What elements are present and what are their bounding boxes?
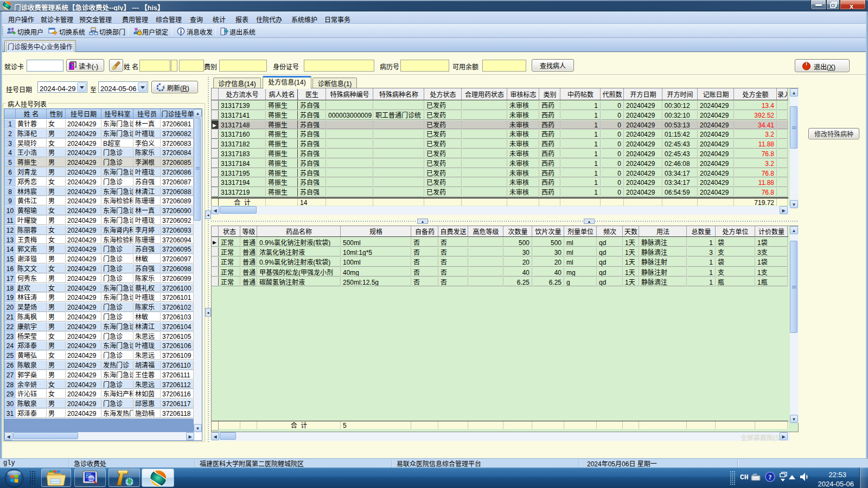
svg-text:?: ? xyxy=(769,473,772,481)
